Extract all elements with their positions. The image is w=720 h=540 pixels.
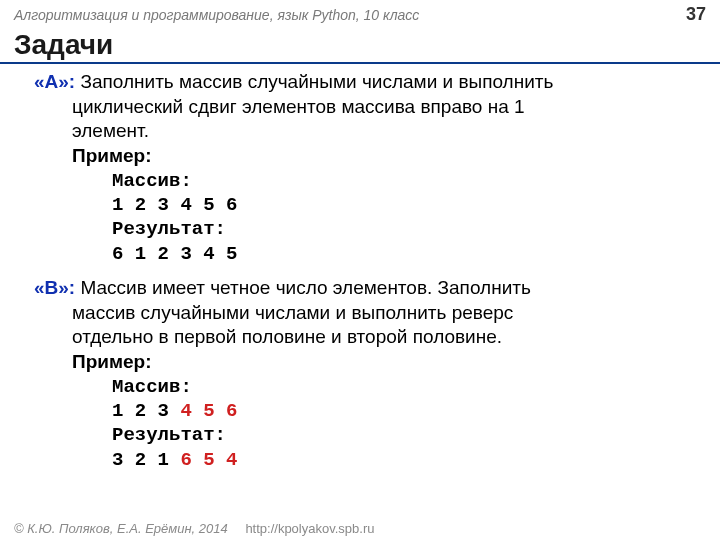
footer-credits: © К.Ю. Поляков, Е.А. Ерёмин, 2014 — [14, 521, 228, 536]
task-b-result-values: 3 2 1 6 5 4 — [34, 448, 696, 472]
task-b-label: «B»: — [34, 277, 75, 298]
task-a-text3: элемент. — [34, 119, 696, 144]
task-b-array-label: Массив: — [34, 375, 696, 399]
task-a-text2: циклический сдвиг элементов массива впра… — [34, 95, 696, 120]
page-number: 37 — [686, 4, 706, 25]
task-b-example: Пример: — [34, 350, 696, 375]
task-b-text3: отдельно в первой половине и второй поло… — [34, 325, 696, 350]
example-label: Пример: — [72, 145, 152, 166]
slide-header: Алгоритмизация и программирование, язык … — [0, 0, 720, 27]
task-b-line1: «B»: Массив имеет четное число элементов… — [34, 276, 696, 301]
task-b-text2: массив случайными числами и выполнить ре… — [34, 301, 696, 326]
footer-url: http://kpolyakov.spb.ru — [245, 521, 374, 536]
task-b-result-label: Результат: — [34, 423, 696, 447]
task-a-label: «A»: — [34, 71, 75, 92]
task-a-text1: Заполнить массив случайными числами и вы… — [75, 71, 553, 92]
slide-title: Задачи — [0, 27, 720, 64]
task-b: «B»: Массив имеет четное число элементов… — [34, 276, 696, 472]
course-title: Алгоритмизация и программирование, язык … — [14, 7, 419, 23]
slide-footer: © К.Ю. Поляков, Е.А. Ерёмин, 2014 http:/… — [14, 521, 374, 536]
task-a-array-values: 1 2 3 4 5 6 — [34, 193, 696, 217]
task-b-array-values: 1 2 3 4 5 6 — [34, 399, 696, 423]
task-a-result-label: Результат: — [34, 217, 696, 241]
task-b-res-p1: 3 2 1 — [112, 449, 180, 471]
task-a-result-values: 6 1 2 3 4 5 — [34, 242, 696, 266]
example-label-b: Пример: — [72, 351, 152, 372]
slide-content: «A»: Заполнить массив случайными числами… — [0, 70, 720, 472]
task-a-line1: «A»: Заполнить массив случайными числами… — [34, 70, 696, 95]
task-b-text1: Массив имеет четное число элементов. Зап… — [75, 277, 531, 298]
task-b-arr-p2: 4 5 6 — [180, 400, 237, 422]
task-a-example: Пример: — [34, 144, 696, 169]
task-b-res-p2: 6 5 4 — [180, 449, 237, 471]
task-b-arr-p1: 1 2 3 — [112, 400, 180, 422]
task-a: «A»: Заполнить массив случайными числами… — [34, 70, 696, 266]
task-a-array-label: Массив: — [34, 169, 696, 193]
